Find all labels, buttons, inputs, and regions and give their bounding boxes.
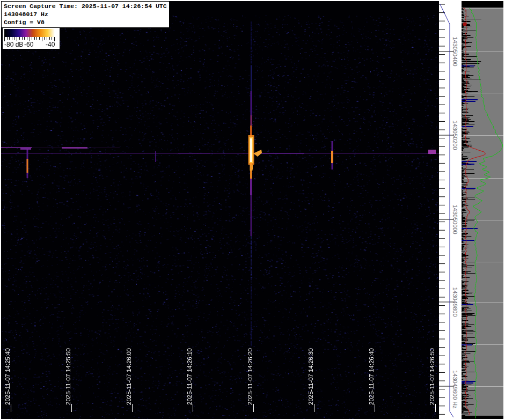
waterfall-display: Screen Capture Time: 2025-11-07 14:26:54… — [1, 1, 439, 419]
colorbar-label-min: -80 dB — [4, 41, 23, 48]
colorbar-tick — [12, 37, 12, 40]
time-tick — [253, 404, 254, 412]
time-label: 2025-11-07 14:26:20 — [247, 348, 253, 405]
freq-label: 143049600 Hz — [452, 370, 458, 409]
colorbar-tick — [42, 37, 42, 41]
colorbar-tick — [44, 37, 45, 40]
colorbar-tick — [27, 37, 27, 40]
freq-label: 143050200 — [452, 120, 458, 150]
colorbar-tick — [47, 37, 47, 40]
colorbar-tick — [32, 37, 32, 40]
time-label: 2025-11-07 14:25:40 — [4, 348, 11, 405]
colorbar-tick — [36, 37, 37, 40]
frequency-axis-labels: 1430504001430502001430500001430498001430… — [439, 1, 462, 419]
freq-label: 143049800 — [452, 287, 458, 316]
time-label: 2025-11-07 14:26:00 — [126, 348, 132, 405]
time-tick — [71, 404, 72, 412]
time-label: 2025-11-07 14:25:50 — [65, 348, 71, 405]
colorbar-tick — [19, 37, 20, 40]
spectrum-panel-canvas — [462, 1, 503, 419]
capture-time-text: Screen Capture Time: 2025-11-07 14:26:54… — [4, 2, 167, 10]
tuned-frequency-text: 143048017 Hz — [4, 10, 167, 18]
colorbar-tick — [52, 37, 52, 40]
colorbar-gradient — [4, 29, 55, 37]
time-tick — [435, 404, 436, 412]
time-label: 2025-11-07 14:26:40 — [368, 348, 375, 405]
time-label: 2025-11-07 14:26:10 — [186, 348, 193, 405]
time-label: 2025-11-07 14:26:30 — [308, 348, 314, 405]
spectrum-capture-screen: Screen Capture Time: 2025-11-07 14:26:54… — [0, 0, 505, 420]
colorbar-tick — [9, 37, 10, 40]
time-tick — [11, 404, 11, 412]
time-tick — [314, 404, 314, 412]
freq-label: 143050000 — [452, 204, 458, 234]
colorbar-tick — [7, 37, 8, 40]
config-text: Config = V8 — [4, 18, 167, 26]
colorbar-tick — [22, 37, 23, 40]
colorbar-tick — [49, 37, 50, 40]
capture-info-box: Screen Capture Time: 2025-11-07 14:26:54… — [1, 1, 170, 28]
colorbar-tick — [34, 37, 35, 40]
colorbar-tick — [14, 37, 15, 40]
time-label: 2025-11-07 14:26:50 — [429, 348, 435, 405]
freq-label: 143050400 — [452, 36, 458, 66]
colorbar-legend: -80 dB -60 -40 — [3, 28, 60, 49]
colorbar-label-max: -40 — [46, 41, 55, 48]
time-tick — [193, 404, 193, 412]
colorbar-tick — [24, 37, 25, 40]
time-tick — [375, 404, 375, 412]
colorbar-tick — [39, 37, 40, 40]
colorbar-labels: -80 dB -60 -40 — [4, 41, 58, 48]
time-tick — [132, 404, 133, 412]
colorbar-label-mid: -60 — [24, 41, 33, 48]
